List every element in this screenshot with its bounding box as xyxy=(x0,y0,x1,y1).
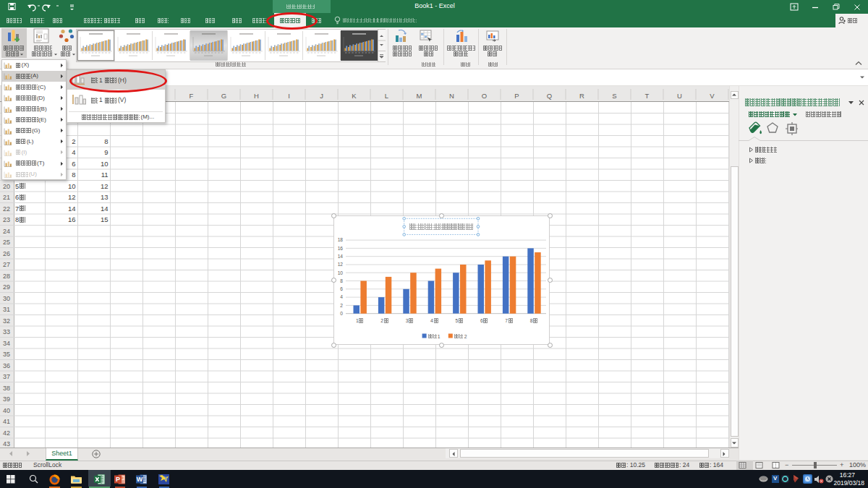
svg-text:13: 13 xyxy=(101,193,109,201)
svg-text:N: N xyxy=(449,92,454,100)
svg-text:W: W xyxy=(137,476,143,483)
svg-text:30: 30 xyxy=(3,295,10,302)
svg-text:8: 8 xyxy=(72,171,75,179)
svg-text:4: 4 xyxy=(430,318,433,323)
svg-text:10: 10 xyxy=(68,182,76,190)
svg-text:26: 26 xyxy=(3,250,10,257)
svg-text:3: 3 xyxy=(406,318,409,323)
svg-text:K: K xyxy=(352,92,357,100)
svg-text:21: 21 xyxy=(3,194,10,201)
svg-text:T: T xyxy=(645,92,650,100)
svg-text:20: 20 xyxy=(3,183,10,190)
svg-text:5: 5 xyxy=(15,182,19,190)
svg-text:12: 12 xyxy=(338,262,344,267)
svg-text:U: U xyxy=(677,92,682,100)
svg-text:2: 2 xyxy=(464,334,467,339)
svg-text:5: 5 xyxy=(456,318,459,323)
svg-text:0: 0 xyxy=(340,311,343,316)
svg-text:14: 14 xyxy=(338,254,344,259)
svg-text:P: P xyxy=(116,476,120,483)
svg-text:42: 42 xyxy=(3,429,10,437)
svg-text:H: H xyxy=(254,92,259,100)
svg-text:P: P xyxy=(514,92,519,100)
svg-text:37: 37 xyxy=(3,373,10,380)
svg-text:22: 22 xyxy=(3,205,10,213)
svg-text:31: 31 xyxy=(3,306,10,313)
svg-text:8: 8 xyxy=(104,137,108,145)
svg-text:2: 2 xyxy=(340,303,343,308)
svg-text:6: 6 xyxy=(15,193,19,201)
svg-text:23: 23 xyxy=(3,216,10,223)
svg-text:28: 28 xyxy=(3,273,10,280)
svg-text:Q: Q xyxy=(547,92,552,100)
svg-text:L: L xyxy=(385,92,388,100)
svg-text:43: 43 xyxy=(3,440,10,448)
svg-text:14: 14 xyxy=(68,205,76,213)
svg-text:38: 38 xyxy=(3,385,10,392)
svg-text:2: 2 xyxy=(380,318,383,323)
svg-text:2: 2 xyxy=(72,137,75,145)
svg-text:8: 8 xyxy=(530,318,533,323)
svg-text:1: 1 xyxy=(438,334,441,339)
svg-text:6: 6 xyxy=(340,286,343,291)
svg-text:27: 27 xyxy=(3,261,10,268)
svg-text:33: 33 xyxy=(3,328,10,335)
svg-text:7: 7 xyxy=(15,205,19,213)
svg-text:7: 7 xyxy=(505,318,508,323)
svg-text:4: 4 xyxy=(340,294,343,299)
svg-text:41: 41 xyxy=(3,418,10,425)
svg-text:F: F xyxy=(190,92,194,100)
svg-text:36: 36 xyxy=(3,362,10,369)
svg-text:29: 29 xyxy=(3,283,10,291)
svg-text:25: 25 xyxy=(3,239,10,246)
svg-text:18: 18 xyxy=(338,237,344,242)
svg-text:34: 34 xyxy=(3,340,10,347)
svg-text:24: 24 xyxy=(3,228,10,235)
svg-text:I: I xyxy=(288,92,290,100)
svg-text:16: 16 xyxy=(338,246,344,251)
svg-text:S: S xyxy=(612,92,616,100)
svg-text:10: 10 xyxy=(338,270,344,275)
svg-text:15: 15 xyxy=(101,215,109,223)
svg-text:11: 11 xyxy=(101,171,109,179)
svg-text:J: J xyxy=(320,92,323,100)
svg-text:12: 12 xyxy=(68,193,76,201)
svg-text:8: 8 xyxy=(340,278,343,283)
svg-text:6: 6 xyxy=(480,318,483,323)
svg-text:V: V xyxy=(710,92,715,100)
svg-text:6: 6 xyxy=(72,160,75,168)
svg-text:39: 39 xyxy=(3,395,10,403)
svg-text:4: 4 xyxy=(72,148,75,156)
svg-text:9: 9 xyxy=(104,148,108,156)
svg-text:14: 14 xyxy=(101,205,109,213)
svg-text:1: 1 xyxy=(356,318,359,323)
svg-text:8: 8 xyxy=(15,215,19,223)
svg-text:12: 12 xyxy=(101,182,109,190)
svg-text:G: G xyxy=(221,92,226,100)
svg-text:40: 40 xyxy=(3,407,10,414)
svg-text:O: O xyxy=(482,92,487,100)
svg-text:M: M xyxy=(417,92,422,100)
svg-text:10: 10 xyxy=(101,160,109,168)
svg-text:32: 32 xyxy=(3,317,10,325)
svg-text:35: 35 xyxy=(3,351,10,358)
svg-text:R: R xyxy=(579,92,584,100)
svg-text:16: 16 xyxy=(68,215,76,223)
